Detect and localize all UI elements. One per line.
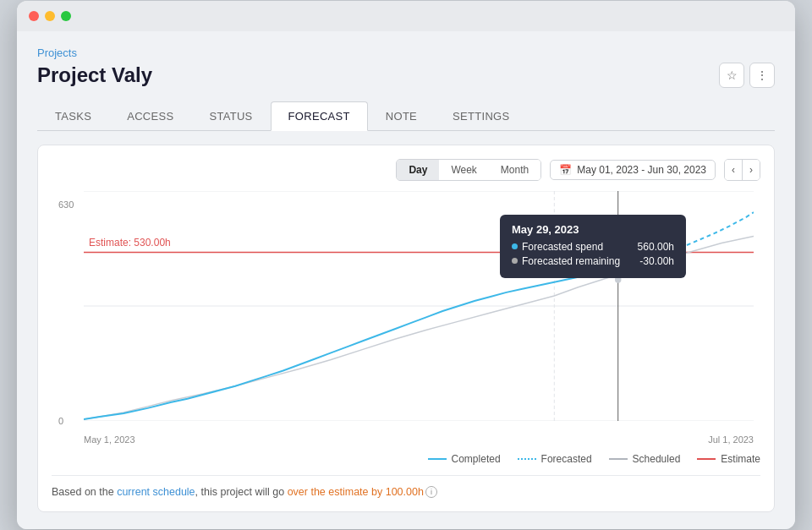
page-title: Project Valy [37, 63, 152, 87]
close-dot[interactable] [29, 11, 39, 21]
tab-tasks[interactable]: TASKS [37, 101, 109, 130]
tab-settings[interactable]: SETTINGS [435, 101, 527, 130]
date-range-label: May 01, 2023 - Jun 30, 2023 [577, 164, 706, 176]
x-label-left: May 1, 2023 [84, 434, 135, 445]
tooltip-dot-remaining [512, 258, 518, 264]
over-estimate-text: over the estimate by 100.00h [288, 486, 424, 498]
legend: Completed Forecasted Scheduled Estimate [52, 453, 760, 465]
tooltip-dot-spend [512, 243, 518, 249]
legend-scheduled: Scheduled [609, 453, 681, 465]
current-schedule-link[interactable]: current schedule [117, 486, 195, 498]
tooltip-row-1: Forecasted spend 560.00h [512, 241, 674, 253]
title-actions: ☆ ⋮ [719, 63, 775, 88]
nav-arrows: ‹ › [724, 159, 760, 181]
tab-status[interactable]: STATUS [191, 101, 270, 130]
breadcrumb[interactable]: Projects [37, 46, 775, 59]
tab-access[interactable]: ACCESS [109, 101, 191, 130]
more-icon: ⋮ [756, 68, 768, 82]
legend-line-completed [428, 458, 447, 460]
time-btn-day[interactable]: Day [397, 160, 439, 180]
page-content: Projects Project Valy ☆ ⋮ TASKS ACCESS S… [17, 31, 795, 530]
time-btn-month[interactable]: Month [489, 160, 540, 180]
legend-label-completed: Completed [452, 453, 501, 465]
time-toggle: Day Week Month [396, 159, 541, 181]
chart-panel: Day Week Month 📅 May 01, 2023 - Jun 30, … [37, 145, 775, 513]
legend-line-estimate [697, 458, 716, 460]
more-button[interactable]: ⋮ [749, 63, 775, 88]
tab-forecast[interactable]: FORECAST [271, 101, 368, 131]
nav-prev-button[interactable]: ‹ [725, 160, 743, 180]
legend-line-scheduled [609, 458, 628, 460]
tooltip-row-2: Forecasted remaining -30.00h [512, 255, 674, 267]
tooltip-label-remaining: Forecasted remaining [512, 255, 620, 267]
summary-prefix: Based on the [52, 486, 117, 498]
tooltip-label-spend: Forecasted spend [512, 241, 603, 253]
page-header: Project Valy ☆ ⋮ [37, 63, 775, 88]
date-range[interactable]: 📅 May 01, 2023 - Jun 30, 2023 [550, 160, 716, 180]
tooltip-date: May 29, 2023 [512, 223, 674, 236]
legend-completed: Completed [428, 453, 501, 465]
info-icon[interactable]: i [425, 486, 437, 498]
legend-label-estimate: Estimate [721, 453, 760, 465]
legend-estimate: Estimate [697, 453, 760, 465]
summary-middle: , this project will go [195, 486, 288, 498]
legend-line-forecasted [518, 458, 536, 460]
tab-note[interactable]: NOTE [368, 101, 435, 130]
minimize-dot[interactable] [45, 11, 55, 21]
star-icon: ☆ [727, 68, 738, 82]
time-btn-week[interactable]: Week [439, 160, 488, 180]
tabs-bar: TASKS ACCESS STATUS FORECAST NOTE SETTIN… [37, 101, 775, 131]
titlebar [17, 1, 795, 31]
y-label-0: 0 [58, 416, 63, 426]
summary-text: Based on the current schedule, this proj… [52, 475, 760, 499]
chart-area: 630 0 Estimate: 530.00h [58, 191, 754, 445]
app-window: Projects Project Valy ☆ ⋮ TASKS ACCESS S… [17, 1, 795, 530]
legend-label-scheduled: Scheduled [633, 453, 681, 465]
x-labels: May 1, 2023 Jul 1, 2023 [84, 434, 754, 445]
nav-next-button[interactable]: › [743, 160, 760, 180]
x-label-right: Jul 1, 2023 [708, 434, 754, 445]
tooltip-box: May 29, 2023 Forecasted spend 560.00h Fo… [500, 215, 686, 278]
legend-forecasted: Forecasted [518, 453, 592, 465]
legend-label-forecasted: Forecasted [541, 453, 592, 465]
y-label-630: 630 [58, 199, 74, 210]
calendar-icon: 📅 [559, 164, 572, 176]
maximize-dot[interactable] [61, 11, 71, 21]
star-button[interactable]: ☆ [719, 63, 744, 88]
chart-controls: Day Week Month 📅 May 01, 2023 - Jun 30, … [52, 159, 760, 181]
